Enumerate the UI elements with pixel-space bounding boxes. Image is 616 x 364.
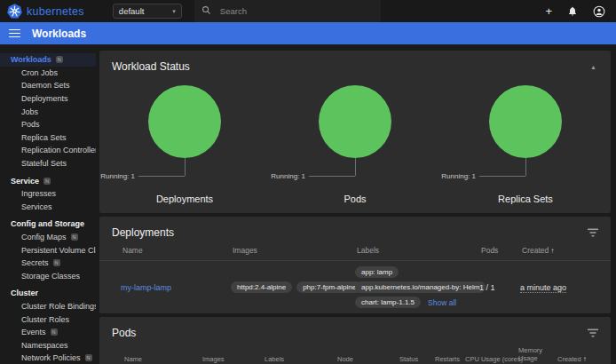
sidebar-label: Ingresses (21, 189, 56, 198)
sidebar-item-secrets[interactable]: Secrets N (0, 257, 96, 270)
deployments-pie[interactable] (148, 85, 221, 158)
pie-legend: Running: 1 (271, 172, 305, 180)
column-memory-usage[interactable]: Memory Usage (bytes) (517, 341, 556, 364)
column-name[interactable]: Name (121, 241, 231, 260)
namespace-value: default (119, 6, 145, 16)
sidebar-item-replication-controllers[interactable]: Replication Controllers (0, 144, 96, 157)
pods-table-header: Name Images Labels Node Status Restarts … (99, 341, 611, 364)
notifications-bell-icon[interactable] (567, 5, 578, 17)
leader-line (355, 158, 356, 176)
user-profile-icon[interactable] (593, 5, 605, 18)
workload-status-title: Workload Status (112, 60, 190, 73)
sidebar-item-jobs[interactable]: Jobs (0, 105, 96, 118)
sidebar-label: Services (21, 202, 52, 211)
sidebar-item-replica-sets[interactable]: Replica Sets (0, 131, 96, 145)
namespaced-badge-icon: N (71, 233, 78, 241)
kubernetes-logo[interactable]: kubernetes (7, 4, 84, 19)
sidebar-label: Replica Sets (21, 133, 67, 142)
filter-icon[interactable] (588, 328, 598, 337)
hamburger-menu-icon[interactable] (9, 29, 20, 38)
replica-sets-pie-chart: Running: 1 (440, 78, 611, 194)
column-node[interactable]: Node (336, 350, 398, 364)
search-box (194, 0, 381, 22)
create-resource-button[interactable]: + (545, 5, 552, 17)
column-labels[interactable]: Labels (355, 241, 479, 260)
sidebar-label: Deployments (21, 94, 68, 103)
column-images[interactable]: Images (201, 350, 263, 364)
deployments-card-title: Deployments (112, 226, 174, 239)
deployments-pie-chart: Running: 1 (99, 78, 270, 194)
page-title: Workloads (32, 28, 86, 40)
image-chip: httpd:2.4-alpine (231, 281, 292, 293)
pie-legend: Running: 1 (100, 172, 135, 180)
deployment-name-link[interactable]: my-lamp-lamp (121, 283, 171, 292)
sidebar-label: Replication Controllers (21, 146, 96, 154)
sidebar-label: Network Policies (21, 353, 81, 362)
sidebar-label: Persistent Volume Claims (21, 246, 96, 255)
sidebar-item-workloads[interactable]: Workloads N (0, 53, 96, 67)
column-labels[interactable]: Labels (263, 350, 336, 364)
sidebar-label: Config and Storage (11, 219, 84, 228)
sidebar-section-service[interactable]: Service N (0, 174, 96, 187)
sidebar-item-pods[interactable]: Pods (0, 118, 96, 131)
replica-sets-pie[interactable] (489, 85, 562, 158)
sidebar-item-cluster-roles[interactable]: Cluster Roles (0, 313, 96, 326)
sidebar-item-daemon-sets[interactable]: Daemon Sets (0, 79, 96, 92)
column-cpu-usage[interactable]: CPU Usage (cores) (463, 350, 517, 364)
sidebar-item-persistent-volume-claims[interactable]: Persistent Volume Claims N (0, 243, 96, 257)
column-restarts[interactable]: Restarts (433, 350, 463, 364)
sidebar-label: Cluster Role Bindings (21, 302, 96, 311)
leader-line (525, 158, 526, 176)
column-images[interactable]: Images (231, 241, 355, 260)
workload-status-card: Workload Status ▲ Running: 1 Running: 1 (99, 51, 611, 213)
sidebar-item-deployments[interactable]: Deployments (0, 92, 96, 106)
show-all-labels-link[interactable]: Show all (428, 298, 456, 307)
search-icon (201, 5, 211, 17)
sidebar-item-events[interactable]: Events N (0, 326, 96, 339)
sidebar-label: Config Maps (21, 233, 67, 241)
sidebar-label: Stateful Sets (21, 159, 67, 168)
column-created[interactable]: Created↑ (520, 241, 604, 260)
deployment-table-row[interactable]: my-lamp-lamp httpd:2.4-alpine php:7-fpm-… (99, 261, 611, 313)
main-content: Workload Status ▲ Running: 1 Running: 1 (96, 44, 616, 364)
sidebar-label: Service (11, 177, 39, 186)
sidebar-item-storage-classes[interactable]: Storage Classes (0, 270, 96, 283)
search-input[interactable] (220, 6, 353, 16)
sidebar-section-cluster: Cluster (0, 287, 96, 300)
sidebar-item-services[interactable]: Services (0, 201, 96, 214)
chart-title-pods: Pods (270, 194, 440, 204)
sidebar-item-config-maps[interactable]: Config Maps N (0, 231, 96, 244)
sidebar-label: Pods (21, 120, 40, 129)
created-relative-time[interactable]: a minute ago (520, 283, 566, 293)
pods-card-title: Pods (112, 327, 136, 339)
sidebar-label: Events (21, 328, 46, 336)
chart-title-deployments: Deployments (99, 194, 270, 204)
sidebar-label: Cron Jobs (21, 68, 58, 77)
namespaced-badge-icon: N (85, 354, 92, 361)
pods-card: Pods Name Images Labels Node Status Rest… (99, 317, 611, 364)
pods-ratio: 1 / 1 (479, 283, 520, 292)
sidebar-item-cron-jobs[interactable]: Cron Jobs (0, 67, 96, 80)
column-pods[interactable]: Pods (479, 241, 520, 260)
column-created[interactable]: Created↑ (556, 350, 604, 364)
namespaced-badge-icon: N (53, 259, 60, 266)
sidebar-label: Daemon Sets (21, 81, 70, 90)
kubernetes-wheel-icon (7, 4, 22, 19)
sidebar-item-cluster-role-bindings[interactable]: Cluster Role Bindings (0, 300, 96, 313)
pods-pie[interactable] (319, 85, 391, 158)
leader-line (138, 176, 185, 177)
column-status[interactable]: Status (398, 350, 433, 364)
filter-icon[interactable] (588, 228, 598, 237)
sidebar-item-stateful-sets[interactable]: Stateful Sets (0, 157, 96, 170)
sidebar-item-network-policies[interactable]: Network Policies N (0, 352, 96, 364)
deployments-card: Deployments Name Images Labels Pods Crea… (99, 217, 611, 313)
sidebar-item-namespaces[interactable]: Namespaces (0, 338, 96, 352)
workload-status-charts: Running: 1 Running: 1 Running: 1 (99, 76, 611, 194)
sidebar-section-config-and-storage: Config and Storage (0, 218, 96, 231)
column-name[interactable]: Name (122, 350, 201, 364)
image-chip: php:7-fpm-alpine (296, 281, 362, 293)
namespace-selector[interactable]: default ▾ (113, 4, 182, 19)
sidebar-label: Workloads (11, 55, 51, 64)
sidebar-item-ingresses[interactable]: Ingresses (0, 187, 96, 201)
collapse-card-icon[interactable]: ▲ (588, 62, 598, 72)
